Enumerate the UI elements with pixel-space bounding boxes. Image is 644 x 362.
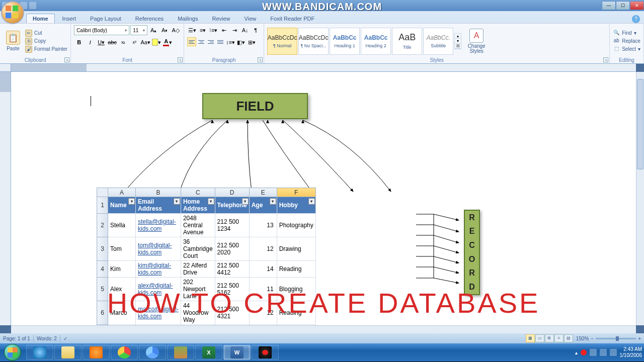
zoom-slider[interactable] — [596, 338, 636, 339]
borders-button[interactable]: ⊞▾ — [247, 37, 257, 47]
horizontal-scrollbar[interactable] — [11, 325, 636, 333]
style-title[interactable]: AaBTitle — [392, 28, 422, 55]
taskbar-word[interactable]: W — [223, 345, 251, 360]
numbering-button[interactable]: ≡▾ — [198, 25, 208, 35]
shading-button[interactable]: ◧▾ — [236, 37, 246, 47]
tab-insert[interactable]: Insert — [56, 14, 83, 23]
word-icon: W — [230, 346, 244, 358]
styles-launcher[interactable]: ↘ — [603, 57, 608, 62]
tab-foxit[interactable]: Foxit Reader PDF — [264, 14, 321, 23]
change-styles-button[interactable]: A Change Styles — [463, 25, 490, 57]
action-center-icon[interactable] — [590, 349, 597, 356]
increase-indent-button[interactable]: ⇥ — [229, 25, 239, 35]
tab-mailings[interactable]: Mailings — [171, 14, 204, 23]
draft-view[interactable]: ▤ — [564, 334, 573, 342]
taskbar-media[interactable] — [83, 345, 110, 360]
close-button[interactable]: ✕ — [630, 1, 644, 10]
tab-home[interactable]: Home — [26, 14, 55, 23]
proofing-icon[interactable]: ✓ — [63, 336, 67, 341]
outline-view[interactable]: ≡ — [554, 334, 564, 342]
help-icon[interactable]: ? — [632, 15, 640, 23]
style-no-spacing[interactable]: AaBbCcDc¶ No Spaci... — [298, 28, 329, 55]
taskbar-explorer[interactable] — [54, 345, 82, 360]
subscript-button[interactable]: x₂ — [118, 37, 128, 47]
col-header: E — [249, 188, 277, 197]
multilevel-button[interactable]: ⁝≡▾ — [208, 25, 218, 35]
select-button[interactable]: ⬚Select ▾ — [613, 46, 640, 53]
network-icon[interactable] — [600, 349, 607, 356]
start-button[interactable] — [0, 344, 25, 361]
vertical-scrollbar[interactable] — [636, 72, 644, 325]
horizontal-ruler[interactable] — [11, 64, 636, 72]
taskbar-bandicam[interactable] — [252, 345, 279, 360]
tray-expand-icon[interactable]: ▴ — [575, 350, 578, 355]
highlight-button[interactable]: ▾ — [151, 37, 162, 47]
strikethrough-button[interactable]: abc — [107, 37, 117, 47]
taskbar-ie[interactable] — [26, 345, 53, 360]
align-right-button[interactable] — [206, 37, 215, 46]
zoom-level[interactable]: 150% — [576, 336, 589, 341]
bullets-button[interactable]: ☰▾ — [187, 25, 197, 35]
paste-button[interactable]: 📋 Paste — [3, 25, 23, 57]
show-marks-button[interactable]: ¶ — [251, 25, 261, 35]
zoom-out-button[interactable]: − — [591, 336, 594, 341]
taskbar-chrome[interactable] — [111, 345, 138, 360]
taskbar-chromium[interactable] — [139, 345, 166, 360]
full-screen-view[interactable]: ▭ — [535, 334, 544, 342]
taskbar-excel[interactable]: X — [195, 345, 222, 360]
replace-button[interactable]: abReplace — [613, 38, 640, 45]
decrease-indent-button[interactable]: ⇤ — [219, 25, 229, 35]
window-controls: — ☐ ✕ — [602, 1, 644, 10]
maximize-button[interactable]: ☐ — [616, 1, 630, 10]
volume-icon[interactable] — [610, 349, 617, 356]
web-layout-view[interactable]: ⊞ — [545, 334, 554, 342]
change-case-button[interactable]: Aa▾ — [140, 37, 150, 47]
bold-button[interactable]: B — [74, 37, 84, 47]
font-launcher[interactable]: ↘ — [178, 57, 183, 62]
styles-more[interactable]: ▴▾⊟ — [454, 33, 461, 49]
copy-button[interactable]: ⎘Copy — [25, 38, 67, 45]
tab-view[interactable]: View — [238, 14, 263, 23]
styles-gallery[interactable]: AaBbCcDc¶ Normal AaBbCcDc¶ No Spaci... A… — [267, 25, 461, 57]
print-layout-view[interactable]: ▦ — [526, 334, 535, 342]
svg-rect-0 — [6, 6, 11, 11]
tab-page-layout[interactable]: Page Layout — [84, 14, 128, 23]
recording-icon[interactable] — [581, 349, 587, 355]
style-normal[interactable]: AaBbCcDc¶ Normal — [267, 28, 297, 55]
word-count[interactable]: Words: 2 — [37, 336, 57, 341]
tab-review[interactable]: Review — [205, 14, 236, 23]
cut-button[interactable]: ✂Cut — [25, 30, 67, 37]
justify-button[interactable] — [216, 37, 225, 46]
clipboard-launcher[interactable]: ↘ — [64, 57, 69, 62]
minimize-button[interactable]: — — [602, 1, 616, 10]
font-color-button[interactable]: A▾ — [163, 37, 173, 47]
align-center-button[interactable] — [197, 37, 206, 46]
clear-formatting-button[interactable]: A◇ — [171, 25, 181, 35]
sort-button[interactable]: A↓ — [240, 25, 250, 35]
shrink-font-button[interactable]: A▾ — [159, 25, 170, 35]
style-subtitle[interactable]: AaBbCc.Subtitle — [423, 28, 453, 55]
scrollbar-thumb[interactable] — [637, 79, 643, 169]
font-name-combobox[interactable]: Calibri (Body)▾ — [74, 25, 129, 35]
format-painter-button[interactable]: 🖌Format Painter — [25, 46, 67, 53]
qat-dropdown-icon[interactable] — [29, 2, 36, 9]
vertical-ruler[interactable] — [0, 72, 11, 325]
clock[interactable]: 2:43 AM 1/10/2006 — [620, 346, 642, 358]
office-button[interactable] — [1, 1, 24, 24]
superscript-button[interactable]: x² — [129, 37, 139, 47]
align-left-button[interactable] — [187, 37, 196, 46]
font-size-combobox[interactable]: 11▾ — [130, 25, 147, 35]
paragraph-launcher[interactable]: ↘ — [258, 57, 263, 62]
find-button[interactable]: 🔍Find ▾ — [613, 30, 640, 37]
page-indicator[interactable]: Page: 1 of 1 — [3, 336, 30, 341]
document-page[interactable]: FIELD RECORD — [11, 72, 636, 325]
italic-button[interactable]: I — [85, 37, 95, 47]
grow-font-button[interactable]: A▴ — [148, 25, 158, 35]
tab-references[interactable]: References — [129, 14, 170, 23]
style-heading2[interactable]: AaBbCcHeading 2 — [361, 28, 391, 55]
underline-button[interactable]: U▾ — [96, 37, 106, 47]
zoom-in-button[interactable]: + — [638, 336, 641, 341]
line-spacing-button[interactable]: ↕≡▾ — [225, 37, 235, 47]
style-heading1[interactable]: AaBbCcHeading 1 — [330, 28, 360, 55]
taskbar-winrar[interactable] — [167, 345, 194, 360]
